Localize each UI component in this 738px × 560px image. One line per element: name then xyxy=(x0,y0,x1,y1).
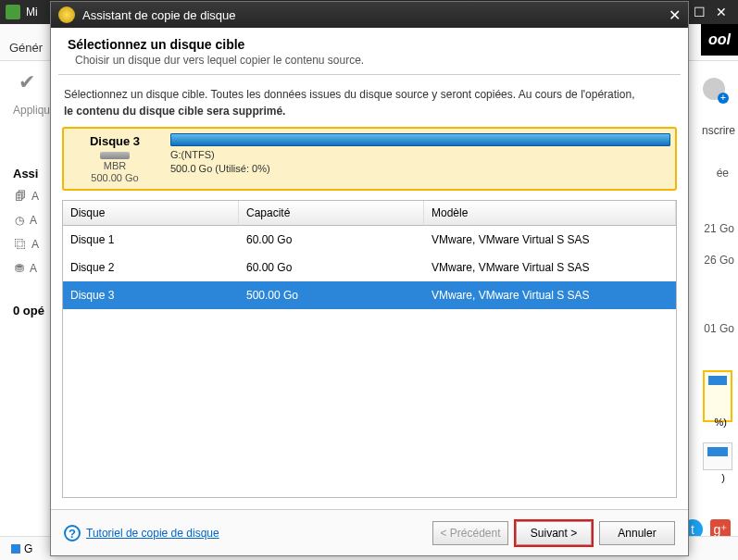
table-row[interactable]: Disque 3500.00 GoVMware, VMware Virtual … xyxy=(63,281,676,309)
instr-line2: le contenu du disque cible sera supprimé… xyxy=(64,105,285,118)
instruction-text: Sélectionnez un disque cible. Toutes les… xyxy=(51,86,688,127)
maximize-icon[interactable]: ☐ xyxy=(688,5,710,19)
bg-sizes: 21 Go 26 Go 01 Go xyxy=(704,222,734,335)
table-row[interactable]: Disque 260.00 GoVMware, VMware Virtual S… xyxy=(63,254,676,281)
wizard-icon: 🗐 xyxy=(15,190,26,203)
dialog-footer: ? Tutoriel de copie de disque < Précéden… xyxy=(51,509,688,555)
logo: ool xyxy=(701,24,738,56)
avatar-add-icon[interactable]: + xyxy=(718,93,729,104)
apply-label: Appliqu xyxy=(13,104,50,117)
dialog-titlebar: Assistant de copie de disque ✕ xyxy=(51,2,688,28)
sidebar-item[interactable]: ◷A xyxy=(15,214,39,227)
disk-table: Disque Capacité Modèle Disque 160.00 GoV… xyxy=(62,200,677,498)
partition-thumb[interactable] xyxy=(703,370,732,422)
percent-label: %) xyxy=(715,417,727,428)
cell-disk: Disque 1 xyxy=(63,226,239,254)
selected-disk-info: Disque 3 MBR 500.00 Go xyxy=(64,129,166,189)
col-disk[interactable]: Disque xyxy=(63,201,239,225)
next-button[interactable]: Suivant > xyxy=(516,521,592,545)
tutorial-link[interactable]: Tutoriel de copie de disque xyxy=(86,527,219,540)
partition-bar xyxy=(170,133,670,146)
sidebar-item[interactable]: 🗐A xyxy=(15,190,39,203)
legend-swatch xyxy=(11,544,20,554)
sidebar-items: 🗐A ◷A ⿻A ⛃A xyxy=(15,190,39,275)
partition-label: G:(NTFS) xyxy=(170,146,670,160)
cell-capacity: 60.00 Go xyxy=(239,226,424,254)
bg-right-text: ée xyxy=(717,167,729,180)
cell-model: VMware, VMware Virtual S SAS xyxy=(424,254,676,281)
selected-disk-layout: G:(NTFS) 500.0 Go (Utilisé: 0%) xyxy=(166,129,675,189)
clock-icon: ◷ xyxy=(15,214,24,227)
cell-model: VMware, VMware Virtual S SAS xyxy=(424,226,676,254)
cell-capacity: 60.00 Go xyxy=(239,254,424,281)
instr-line1: Sélectionnez un disque cible. Toutes les… xyxy=(64,88,634,101)
sidebar-item[interactable]: ⿻A xyxy=(15,238,39,251)
partition-thumb[interactable] xyxy=(703,442,732,470)
selected-disk-size: 500.00 Go xyxy=(91,172,138,183)
apply-check-icon: ✔ xyxy=(19,70,46,98)
cell-capacity: 500.00 Go xyxy=(239,281,424,309)
disk-icon xyxy=(100,152,130,159)
size-cell: 01 Go xyxy=(704,322,734,335)
divider xyxy=(58,74,681,75)
selected-disk-type: MBR xyxy=(104,160,126,171)
dialog-title: Assistant de copie de disque xyxy=(82,8,669,22)
close-icon[interactable]: ✕ xyxy=(669,6,681,24)
selected-disk-name: Disque 3 xyxy=(90,134,140,148)
page-heading: Sélectionnez un disque cible xyxy=(51,28,688,54)
assistants-heading: Assi xyxy=(13,167,38,180)
help-link[interactable]: ? Tutoriel de copie de disque xyxy=(64,525,219,541)
subscribe-label[interactable]: nscrire xyxy=(702,124,735,137)
tab-general[interactable]: Génér xyxy=(0,35,52,60)
button-row: < Précédent Suivant > Annuler xyxy=(432,521,675,545)
table-header: Disque Capacité Modèle xyxy=(63,201,676,226)
col-capacity[interactable]: Capacité xyxy=(239,201,424,225)
partition-usage: 500.0 Go (Utilisé: 0%) xyxy=(170,160,670,174)
cell-model: VMware, VMware Virtual S SAS xyxy=(424,281,676,309)
question-icon: ? xyxy=(64,525,81,541)
size-cell: 26 Go xyxy=(704,254,734,267)
drive-icon: ⛃ xyxy=(15,262,24,275)
cell-disk: Disque 2 xyxy=(63,254,239,281)
col-model[interactable]: Modèle xyxy=(424,201,676,225)
close-icon[interactable]: ✕ xyxy=(710,5,732,19)
copy-icon: ⿻ xyxy=(15,238,26,251)
sidebar-item[interactable]: ⛃A xyxy=(15,262,39,275)
previous-button: < Précédent xyxy=(432,521,508,545)
pending-ops: 0 opé xyxy=(13,304,44,317)
app-icon xyxy=(6,5,20,19)
page-subheading: Choisir un disque dur vers lequel copier… xyxy=(51,54,688,74)
cell-disk: Disque 3 xyxy=(63,281,239,309)
cancel-button[interactable]: Annuler xyxy=(599,521,675,545)
status-text: G xyxy=(24,542,32,555)
table-row[interactable]: Disque 160.00 GoVMware, VMware Virtual S… xyxy=(63,226,676,254)
percent-label: ) xyxy=(721,472,725,483)
table-body: Disque 160.00 GoVMware, VMware Virtual S… xyxy=(63,226,676,309)
wizard-icon xyxy=(58,6,75,23)
copy-disk-wizard-dialog: Assistant de copie de disque ✕ Sélection… xyxy=(50,1,689,556)
selected-disk-panel: Disque 3 MBR 500.00 Go G:(NTFS) 500.0 Go… xyxy=(62,127,677,191)
size-cell: 21 Go xyxy=(704,222,734,235)
